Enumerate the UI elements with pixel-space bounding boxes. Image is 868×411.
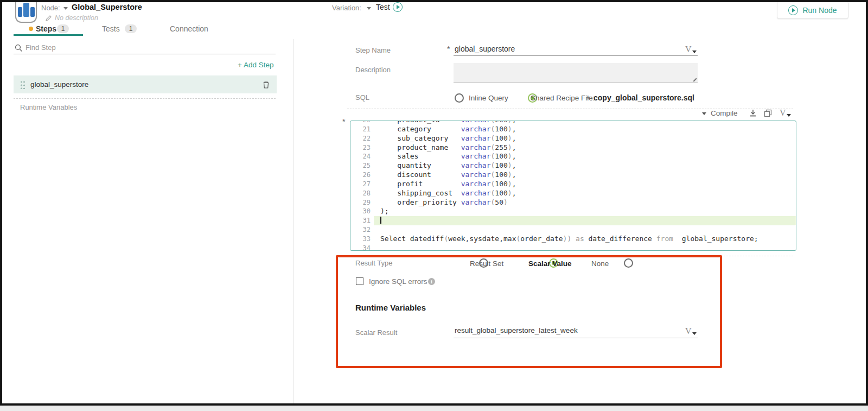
code-text: category varchar(100), xyxy=(374,125,796,134)
line-number: 26 xyxy=(350,170,374,180)
code-line[interactable]: 24 sales varchar(100), xyxy=(350,152,796,161)
find-step-input[interactable]: Find Step xyxy=(25,43,56,52)
line-number: 22 xyxy=(350,134,374,143)
scalar-result-label: Scalar Result xyxy=(355,328,397,337)
code-text: product_name varchar(255), xyxy=(374,143,796,153)
tab-tests-count-badge: 1 xyxy=(125,24,137,33)
code-text xyxy=(374,216,796,225)
variation-value[interactable]: Test xyxy=(376,3,390,11)
sql-label: SQL xyxy=(355,93,369,102)
line-number: 25 xyxy=(350,161,374,170)
code-text: shipping_cost varchar(100), xyxy=(374,189,796,198)
panel-divider xyxy=(293,39,293,403)
required-marker: * xyxy=(447,45,450,53)
code-line[interactable]: 22 sub_category varchar(100), xyxy=(350,134,796,143)
line-number: 28 xyxy=(350,189,374,198)
code-text: Select datediff(week,sysdate,max(order_d… xyxy=(374,235,796,244)
node-name[interactable]: Global_Superstore xyxy=(72,3,142,11)
code-text: quantity varchar(100), xyxy=(374,161,796,170)
scalar-variable-dropdown-icon[interactable]: V xyxy=(685,326,697,336)
radio-none[interactable] xyxy=(624,258,633,268)
code-text: sub_category varchar(100), xyxy=(374,134,796,143)
line-number: 34 xyxy=(350,244,374,251)
line-number: 29 xyxy=(350,198,374,207)
line-number: 23 xyxy=(350,143,374,153)
radio-result-set-label[interactable]: Result Set xyxy=(470,260,503,268)
code-line[interactable]: 34 xyxy=(350,244,796,251)
radio-scalar-value-label[interactable]: Scalar Value xyxy=(528,260,572,268)
active-tab-underline xyxy=(14,34,83,36)
radio-inline-query[interactable] xyxy=(455,93,464,103)
step-name-input[interactable]: global_superstore xyxy=(455,45,515,53)
node-label: Node: xyxy=(41,4,60,12)
code-text: order_priority varchar(50) xyxy=(374,198,796,207)
ignore-sql-errors-checkbox[interactable] xyxy=(356,277,363,285)
radio-inline-query-label[interactable]: Inline Query xyxy=(469,94,508,102)
code-text: profit varchar(100), xyxy=(374,180,796,189)
variation-label: Variation: xyxy=(332,4,361,12)
line-number: 21 xyxy=(350,125,374,134)
left-runtime-variables-label: Runtime Variables xyxy=(20,103,77,111)
code-line[interactable]: 20 product_id varchar(200), xyxy=(350,121,796,125)
variation-dropdown-caret-icon[interactable] xyxy=(367,7,371,10)
ignore-sql-errors-label[interactable]: Ignore SQL errors xyxy=(369,277,427,286)
run-node-button[interactable]: Run Node xyxy=(777,1,848,19)
code-text xyxy=(374,244,796,251)
app-logo xyxy=(15,0,37,23)
run-variation-icon[interactable] xyxy=(393,2,403,12)
add-step-button[interactable]: + Add Step xyxy=(238,61,273,69)
code-line[interactable]: 28 shipping_cost varchar(100), xyxy=(350,189,796,198)
code-line[interactable]: 33Select datediff(week,sysdate,max(order… xyxy=(350,235,796,244)
delete-step-icon[interactable] xyxy=(262,80,270,89)
code-line[interactable]: 25 quantity varchar(100), xyxy=(350,161,796,170)
sql-required-marker: * xyxy=(342,117,345,126)
text-cursor xyxy=(380,217,381,224)
run-node-label: Run Node xyxy=(802,6,837,15)
sql-editor-content[interactable]: 20 product_id varchar(200),21 category v… xyxy=(350,121,796,251)
code-line[interactable]: 26 discount varchar(100), xyxy=(350,170,796,180)
code-line[interactable]: 27 profit varchar(100), xyxy=(350,180,796,189)
tab-connection[interactable]: Connection xyxy=(170,24,208,33)
description-textarea[interactable] xyxy=(454,63,698,83)
line-number: 27 xyxy=(350,180,374,189)
info-icon[interactable]: i xyxy=(428,278,435,285)
step-item-name: global_superstore xyxy=(30,80,257,88)
scalar-result-input[interactable]: result_global_superstore_latest_week xyxy=(455,326,578,334)
code-text: discount varchar(100), xyxy=(374,170,796,180)
sql-editor[interactable]: 20 product_id varchar(200),21 category v… xyxy=(350,121,796,251)
recipe-file-name[interactable]: copy_global_superstore.sql xyxy=(593,93,694,102)
line-number: 20 xyxy=(350,121,374,125)
edit-description-icon[interactable] xyxy=(46,15,52,21)
recipe-file-dropdown-caret-icon[interactable] xyxy=(586,97,590,99)
line-number: 31 xyxy=(350,216,374,225)
code-line[interactable]: 21 category varchar(100), xyxy=(350,125,796,134)
radio-none-label[interactable]: None xyxy=(591,260,609,268)
code-line[interactable]: 30); xyxy=(350,207,796,216)
node-description-placeholder[interactable]: No description xyxy=(55,14,98,22)
code-line[interactable]: 31 xyxy=(350,216,796,225)
node-dropdown-caret-icon[interactable] xyxy=(63,7,68,10)
tab-steps-count-badge: 1 xyxy=(57,24,69,33)
code-line[interactable]: 32 xyxy=(350,225,796,235)
resize-handle-icon[interactable] xyxy=(691,75,697,81)
line-number: 30 xyxy=(350,207,374,216)
steps-tab-status-dot xyxy=(29,27,33,31)
description-label: Description xyxy=(355,66,391,74)
copy-icon[interactable] xyxy=(764,109,772,117)
radio-shared-recipe-file-label[interactable]: Shared Recipe File: xyxy=(531,94,595,102)
compile-button[interactable]: Compile xyxy=(711,109,738,117)
code-line[interactable]: 29 order_priority varchar(50) xyxy=(350,198,796,207)
editor-variable-dropdown-icon[interactable]: V xyxy=(780,108,791,118)
variable-insert-dropdown-icon[interactable]: V xyxy=(685,45,697,54)
code-text xyxy=(374,225,796,235)
step-list-item[interactable]: global_superstore xyxy=(14,75,277,93)
logo-bar xyxy=(30,7,35,17)
compile-dropdown-caret-icon[interactable] xyxy=(702,112,706,115)
find-step-input-underline xyxy=(14,54,276,54)
tab-steps[interactable]: Steps xyxy=(36,24,56,33)
download-icon[interactable] xyxy=(749,109,757,117)
tab-tests[interactable]: Tests xyxy=(102,24,120,33)
drag-handle-icon[interactable] xyxy=(20,80,25,89)
bottom-margin xyxy=(0,406,868,411)
code-line[interactable]: 23 product_name varchar(255), xyxy=(350,143,796,153)
